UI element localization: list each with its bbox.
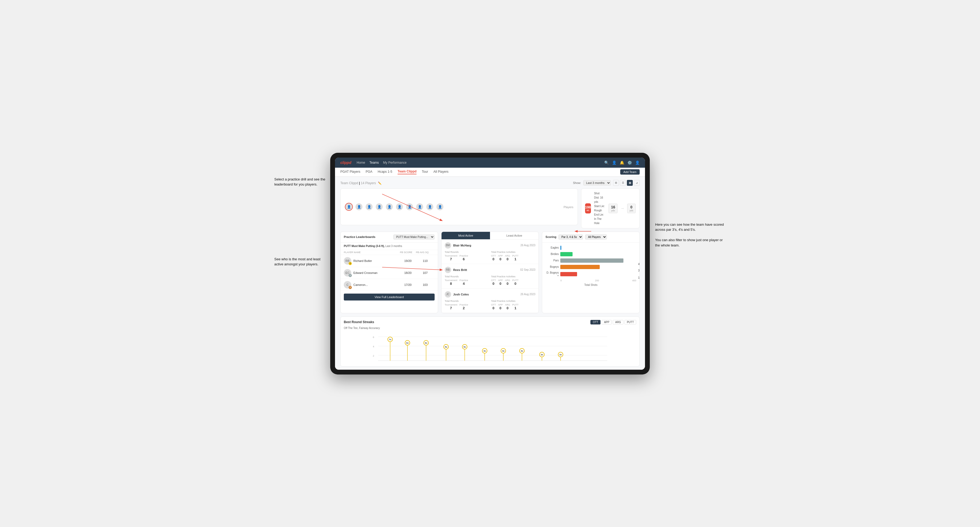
scoring-player-filter[interactable]: All Players	[585, 235, 607, 240]
activity-date-3: 26 Aug 2023	[520, 293, 535, 296]
add-team-button[interactable]: Add Team	[620, 169, 640, 175]
user-icon[interactable]: 👤	[612, 160, 616, 165]
chart-row-eagles: Eagles 3	[546, 246, 636, 250]
activity-player-1: BM Blair McHarg 26 Aug 2023 Total Rounds	[442, 240, 539, 264]
practice-values-2: OTT 0 APP 0 ARG	[491, 279, 535, 286]
pars-bar	[560, 259, 623, 263]
tournament-col-1: Tournament 7	[445, 254, 458, 261]
chart-x-axis: 0 200 400	[546, 279, 636, 282]
drill-select[interactable]: PUTT Must Make Putting...	[393, 235, 434, 240]
putt-col-3: PUTT 1	[512, 303, 519, 310]
settings-icon[interactable]: ⚙️	[627, 160, 632, 165]
putt-col-1: PUTT 1	[512, 254, 519, 261]
player-avatar-5[interactable]: 👤	[385, 203, 393, 211]
show-period-select[interactable]: Last 3 months	[583, 180, 611, 186]
nav-teams[interactable]: Teams	[369, 161, 379, 165]
total-practice-label-1: Total Practice Activities	[491, 251, 535, 253]
activity-stats-1: Total Rounds Tournament 7 Practice	[445, 251, 536, 261]
eagles-bar	[560, 246, 562, 250]
player-avatar-9[interactable]: 👤	[426, 203, 434, 211]
list-view-icon[interactable]: ☰	[620, 180, 626, 186]
leaderboard-row-2: EC 2 Edward Crossman 18/20 107	[340, 267, 438, 279]
practice-col-1: Practice 6	[460, 254, 468, 261]
least-active-tab[interactable]: Least Active	[490, 232, 538, 239]
scoring-par-filter[interactable]: Par 3, 4 & 5s	[558, 235, 583, 240]
chart-row-birdies: Birdies 96	[546, 252, 636, 256]
total-rounds-label-3: Total Rounds	[445, 300, 489, 302]
team-header: Team Clippd | 14 Players ✏️ Show: Last 3…	[340, 180, 640, 186]
subnav-pga[interactable]: PGA	[366, 170, 372, 174]
most-active-tab[interactable]: Most Active	[442, 232, 490, 239]
player-avatar-1[interactable]: 👤	[345, 203, 353, 211]
streak-filter-putt[interactable]: PUTT	[625, 320, 636, 324]
subnav-hcaps[interactable]: Hcaps 1-5	[378, 170, 392, 174]
app-col-3: APP 0	[498, 303, 503, 310]
streaks-subtitle: Off The Tee, Fairway Accuracy	[344, 327, 636, 330]
activity-player-3: JC Josh Coles 26 Aug 2023 Total Rounds	[442, 289, 539, 313]
bell-icon[interactable]: 🔔	[620, 160, 624, 165]
app-col-1: APP 0	[498, 254, 503, 261]
player-avatar-3[interactable]: 👤	[365, 203, 373, 211]
chart-row-pars: Pars 499	[546, 259, 636, 263]
eagles-label: Eagles	[546, 246, 559, 249]
subnav-pgat-players[interactable]: PGAT Players	[340, 170, 360, 174]
player-avatar-7[interactable]: 👤	[406, 203, 414, 211]
ott-col-1: OTT 0	[491, 254, 496, 261]
activity-avatar-3: JC	[445, 291, 451, 298]
shot-badge: 198 SC	[585, 203, 591, 213]
lb-name-2: Edward Crossman	[353, 271, 377, 275]
player-avatars: 👤 👤 👤 👤 👤 👤 👤 👤 👤 👤	[345, 203, 444, 211]
lb-score-3: 17/20	[400, 283, 416, 286]
player-avatar-6[interactable]: 👤	[396, 203, 403, 211]
subnav-tour[interactable]: Tour	[422, 170, 428, 174]
tablet-frame: clippd Home Teams My Performance 🔍 👤 🔔 ⚙…	[330, 153, 650, 375]
activity-player-1-header: BM Blair McHarg 26 Aug 2023	[445, 242, 536, 249]
ott-col-3: OTT 0	[491, 303, 496, 310]
lb-name-3: Cameron...	[353, 283, 368, 286]
eagles-bar-container: 3	[560, 246, 636, 250]
player-avatar-8[interactable]: 👤	[416, 203, 424, 211]
total-rounds-label-1: Total Rounds	[445, 251, 489, 253]
subnav-all-players[interactable]: All Players	[433, 170, 449, 174]
profile-icon[interactable]: 👤	[635, 160, 640, 165]
view-icons: ⊞ ☰ ▦ ⊿	[613, 180, 640, 186]
annotation-top-left: Select a practice drill and see the lead…	[274, 177, 328, 187]
arg-col-3: ARG 0	[505, 303, 510, 310]
show-controls: Show: Last 3 months ⊞ ☰ ▦ ⊿	[573, 180, 640, 186]
streak-filter-arg[interactable]: ARG	[613, 320, 624, 324]
nav-home[interactable]: Home	[356, 161, 365, 165]
lb-score-2: 18/20	[400, 271, 416, 275]
lb-avatar-1: RB 1	[344, 257, 351, 265]
bogeys-bar-container: 311	[560, 265, 636, 269]
subnav-team-clippd[interactable]: Team Clippd	[398, 170, 417, 174]
rounds-values-1: Tournament 7 Practice 6	[445, 254, 489, 261]
player-avatar-4[interactable]: 👤	[375, 203, 383, 211]
edit-team-icon[interactable]: ✏️	[378, 181, 382, 185]
pars-bar-container: 499	[560, 259, 636, 263]
activity-stats-3: Total Rounds Tournament 7 Practice	[445, 300, 536, 310]
tournament-col-3: Tournament 7	[445, 303, 458, 310]
scoring-panel-header: Scoring Par 3, 4 & 5s All Players	[542, 232, 640, 243]
grid-view-icon[interactable]: ⊞	[613, 180, 619, 186]
chart-row-dbogeys: D. Bogeys + 131	[546, 271, 636, 277]
streak-filter-app[interactable]: APP	[601, 320, 612, 324]
activity-rounds-1: Total Rounds Tournament 7 Practice	[445, 251, 489, 261]
player-avatar-2[interactable]: 👤	[355, 203, 363, 211]
leaderboard-subtitle: PUTT Must Make Putting (3-6 ft), Last 3 …	[340, 243, 438, 250]
shot-dist-box-1: 16 yds	[609, 204, 617, 213]
rounds-values-2: Tournament 8 Practice 4	[445, 279, 489, 286]
nav-my-performance[interactable]: My Performance	[383, 161, 407, 165]
streak-filter-ott[interactable]: OTT	[590, 320, 600, 324]
player-avatar-10[interactable]: 👤	[436, 203, 444, 211]
card-view-icon[interactable]: ▦	[627, 180, 633, 186]
activity-avatar-2: RB	[445, 267, 451, 273]
activity-rounds-3: Total Rounds Tournament 7 Practice	[445, 300, 489, 310]
annotation-bottom-left: See who is the most and least active amo…	[274, 257, 328, 267]
filter-view-icon[interactable]: ⊿	[634, 180, 640, 186]
scoring-chart: Eagles 3 Birdies	[542, 243, 640, 290]
lb-badge-2: 2	[348, 274, 352, 277]
activity-player-2-header: RB Rees Britt 02 Sep 2023	[445, 267, 536, 273]
search-icon[interactable]: 🔍	[604, 160, 609, 165]
view-full-leaderboard-button[interactable]: View Full Leaderboard	[344, 294, 434, 300]
streaks-panel: Best Round Streaks OTT APP ARG PUTT Off …	[340, 316, 640, 367]
